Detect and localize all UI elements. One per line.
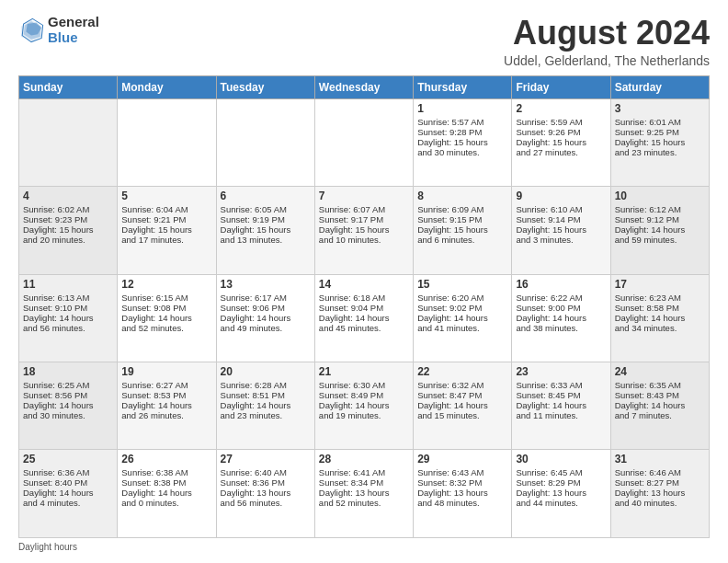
calendar-cell: 26Sunrise: 6:38 AMSunset: 8:38 PMDayligh… [118, 450, 216, 538]
day-info-line: and 27 minutes. [516, 147, 606, 157]
day-info-line: Sunrise: 5:57 AM [417, 117, 507, 127]
day-info-line: Sunset: 9:08 PM [121, 303, 211, 313]
day-info-line: Daylight: 13 hours [319, 488, 409, 498]
day-info-line: Daylight: 14 hours [516, 400, 606, 410]
day-info-line: Sunset: 8:29 PM [516, 477, 606, 488]
day-info-line: and 52 minutes. [121, 323, 211, 333]
calendar-table: SundayMondayTuesdayWednesdayThursdayFrid… [18, 75, 710, 538]
calendar-cell [118, 98, 216, 186]
day-info-line: and 48 minutes. [417, 498, 507, 508]
day-number: 7 [319, 190, 409, 202]
day-info-line: Daylight: 14 hours [615, 224, 705, 235]
day-info-line: and 3 minutes. [516, 235, 606, 245]
calendar-cell: 12Sunrise: 6:15 AMSunset: 9:08 PMDayligh… [118, 274, 216, 362]
calendar-cell: 3Sunrise: 6:01 AMSunset: 9:25 PMDaylight… [610, 98, 709, 186]
calendar-week-row: 4Sunrise: 6:02 AMSunset: 9:23 PMDaylight… [19, 187, 710, 274]
day-info-line: Sunrise: 6:12 AM [615, 204, 705, 214]
day-info-line: and 56 minutes. [23, 323, 113, 333]
day-number: 13 [221, 278, 311, 291]
day-info-line: Daylight: 15 hours [319, 224, 409, 235]
calendar-cell: 8Sunrise: 6:09 AMSunset: 9:15 PMDaylight… [414, 187, 512, 274]
calendar-week-row: 1Sunrise: 5:57 AMSunset: 9:28 PMDaylight… [19, 98, 710, 186]
day-number: 12 [121, 278, 211, 291]
day-info-line: Sunset: 8:34 PM [319, 477, 409, 488]
day-number: 25 [23, 453, 113, 465]
day-info-line: Sunrise: 6:46 AM [615, 467, 705, 477]
day-info-line: and 19 minutes. [319, 410, 409, 420]
day-info-line: Daylight: 15 hours [121, 224, 211, 235]
day-info-line: Sunset: 8:38 PM [121, 477, 211, 488]
day-number: 5 [121, 190, 211, 202]
day-info-line: Daylight: 15 hours [23, 224, 113, 235]
day-number: 14 [319, 278, 409, 291]
day-info-line: Sunset: 9:26 PM [516, 127, 606, 137]
day-info-line: Sunset: 9:12 PM [615, 214, 705, 224]
day-info-line: Sunset: 8:56 PM [23, 390, 113, 400]
day-info-line: Sunset: 9:23 PM [23, 214, 113, 224]
day-info-line: and 20 minutes. [23, 235, 113, 245]
day-header-friday: Friday [512, 75, 610, 98]
day-number: 17 [615, 278, 705, 291]
calendar-cell: 1Sunrise: 5:57 AMSunset: 9:28 PMDaylight… [414, 98, 512, 186]
day-header-monday: Monday [118, 75, 216, 98]
calendar-cell: 4Sunrise: 6:02 AMSunset: 9:23 PMDaylight… [19, 187, 118, 274]
day-info-line: Daylight: 14 hours [615, 313, 705, 323]
day-info-line: and 56 minutes. [221, 498, 311, 508]
day-info-line: and 0 minutes. [121, 498, 211, 508]
day-info-line: Sunset: 9:06 PM [221, 303, 311, 313]
day-info-line: Sunset: 9:19 PM [221, 214, 311, 224]
calendar-week-row: 18Sunrise: 6:25 AMSunset: 8:56 PMDayligh… [19, 362, 710, 450]
day-number: 4 [23, 190, 113, 202]
calendar-cell: 18Sunrise: 6:25 AMSunset: 8:56 PMDayligh… [19, 362, 118, 450]
day-info-line: Daylight: 15 hours [516, 137, 606, 147]
day-number: 28 [319, 453, 409, 465]
day-info-line: Sunrise: 6:33 AM [516, 380, 606, 390]
calendar-cell: 17Sunrise: 6:23 AMSunset: 8:58 PMDayligh… [610, 274, 709, 362]
day-info-line: Sunrise: 6:40 AM [221, 467, 311, 477]
day-info-line: Sunrise: 6:05 AM [221, 204, 311, 214]
day-info-line: Sunset: 9:25 PM [615, 127, 705, 137]
day-info-line: and 49 minutes. [221, 323, 311, 333]
day-info-line: Daylight: 13 hours [417, 488, 507, 498]
day-info-line: Sunrise: 6:07 AM [319, 204, 409, 214]
day-info-line: and 23 minutes. [221, 410, 311, 420]
day-info-line: Sunrise: 6:01 AM [615, 117, 705, 127]
day-number: 26 [121, 453, 211, 465]
calendar-cell: 30Sunrise: 6:45 AMSunset: 8:29 PMDayligh… [512, 450, 610, 538]
day-info-line: Sunset: 8:43 PM [615, 390, 705, 400]
day-number: 31 [615, 453, 705, 465]
calendar-cell: 5Sunrise: 6:04 AMSunset: 9:21 PMDaylight… [118, 187, 216, 274]
day-info-line: and 6 minutes. [417, 235, 507, 245]
day-info-line: Daylight: 14 hours [319, 400, 409, 410]
day-info-line: Sunrise: 6:30 AM [319, 380, 409, 390]
day-info-line: Sunrise: 6:35 AM [615, 380, 705, 390]
day-info-line: Sunset: 9:17 PM [319, 214, 409, 224]
day-info-line: and 44 minutes. [516, 498, 606, 508]
day-info-line: Sunrise: 6:25 AM [23, 380, 113, 390]
header: General Blue August 2024 Uddel, Gelderla… [18, 15, 710, 68]
month-title: August 2024 [504, 15, 710, 52]
day-info-line: Daylight: 14 hours [417, 313, 507, 323]
logo: General Blue [18, 15, 99, 45]
day-number: 18 [23, 365, 113, 378]
day-info-line: Daylight: 15 hours [417, 137, 507, 147]
day-info-line: Sunset: 8:53 PM [121, 390, 211, 400]
logo-text: General Blue [48, 15, 99, 45]
calendar-cell: 14Sunrise: 6:18 AMSunset: 9:04 PMDayligh… [314, 274, 413, 362]
calendar-cell: 25Sunrise: 6:36 AMSunset: 8:40 PMDayligh… [19, 450, 118, 538]
day-info-line: Sunset: 8:36 PM [221, 477, 311, 488]
day-info-line: Sunrise: 6:04 AM [121, 204, 211, 214]
day-info-line: Sunrise: 6:15 AM [121, 293, 211, 303]
calendar-cell: 10Sunrise: 6:12 AMSunset: 9:12 PMDayligh… [610, 187, 709, 274]
day-info-line: Daylight: 14 hours [319, 313, 409, 323]
day-info-line: Sunrise: 5:59 AM [516, 117, 606, 127]
day-header-sunday: Sunday [19, 75, 118, 98]
calendar-week-row: 25Sunrise: 6:36 AMSunset: 8:40 PMDayligh… [19, 450, 710, 538]
day-info-line: Daylight: 15 hours [417, 224, 507, 235]
day-info-line: Sunrise: 6:02 AM [23, 204, 113, 214]
title-block: August 2024 Uddel, Gelderland, The Nethe… [504, 15, 710, 68]
page: General Blue August 2024 Uddel, Gelderla… [0, 0, 728, 563]
day-info-line: and 11 minutes. [516, 410, 606, 420]
day-info-line: Sunset: 8:40 PM [23, 477, 113, 488]
day-info-line: Sunrise: 6:43 AM [417, 467, 507, 477]
